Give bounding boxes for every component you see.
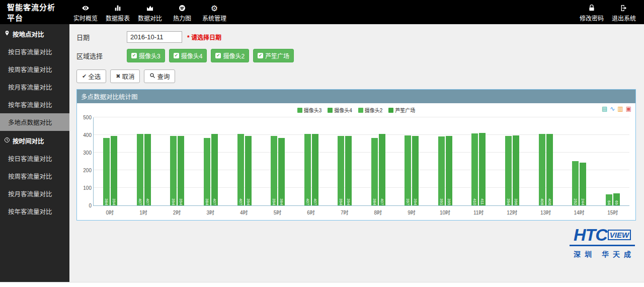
y-axis-tick-label: 100 — [77, 185, 92, 191]
bar-value-label: 411 — [480, 198, 485, 205]
region-toggle-button[interactable]: ✔摄像头2 — [211, 49, 249, 62]
y-axis-tick-label: 300 — [77, 150, 92, 156]
logo-brand: HTC — [574, 225, 607, 244]
legend-item[interactable]: 芦笙广场 — [388, 106, 415, 114]
query-button[interactable]: 查询 — [144, 69, 175, 83]
bar-value-label: 396 — [514, 198, 518, 205]
bar[interactable]: 394 — [178, 136, 184, 205]
legend-item[interactable]: 摄像头3 — [297, 106, 322, 114]
header-action-logout[interactable]: 退出系统 — [608, 3, 640, 22]
bar[interactable]: 406 — [539, 134, 545, 205]
date-required-hint: * 请选择日期 — [187, 33, 221, 41]
bar[interactable]: 406 — [546, 134, 553, 205]
eye-icon — [69, 4, 102, 13]
bar-group: 391395 — [429, 117, 462, 205]
bar[interactable]: 396 — [513, 135, 519, 205]
nav-label: 系统管理 — [202, 15, 226, 22]
legend-item[interactable]: 摄像头2 — [358, 106, 383, 114]
bar[interactable]: 384 — [278, 138, 285, 205]
sidebar-item[interactable]: 按月客流量对比 — [0, 185, 69, 202]
region-toggle-button[interactable]: ✔摄像头3 — [127, 49, 165, 62]
date-label: 日期 — [76, 32, 127, 42]
bar[interactable]: 394 — [412, 136, 419, 205]
legend-item[interactable]: 摄像头4 — [328, 106, 352, 114]
section-title-label: 按地点对比 — [13, 29, 44, 39]
sidebar-item[interactable]: 按周客流量对比 — [0, 60, 69, 78]
sidebar-item[interactable]: 按年客流量对比 — [0, 96, 69, 113]
compare-chart-icon — [134, 4, 166, 13]
sidebar-section-title[interactable]: 按时间对比 — [0, 131, 69, 150]
bar[interactable]: 397 — [405, 135, 411, 205]
footer-strip — [0, 282, 644, 287]
bar-value-label: 406 — [547, 198, 552, 205]
sidebar-item[interactable]: 多地点数据对比 — [0, 113, 69, 131]
select-all-button[interactable]: ✔ 全选 — [76, 69, 106, 83]
bar[interactable]: 394 — [271, 136, 277, 205]
bar[interactable]: 407 — [312, 134, 318, 205]
region-name: 芦笙广场 — [265, 51, 289, 60]
sidebar-item[interactable]: 按年客流量对比 — [0, 202, 69, 220]
region-toggle-button[interactable]: ✔芦笙广场 — [253, 49, 294, 62]
nav-item-gear[interactable]: ⚙系统管理 — [198, 3, 230, 22]
bar[interactable]: 395 — [446, 136, 452, 205]
clock-icon — [4, 137, 10, 145]
bar[interactable]: 394 — [338, 136, 344, 205]
bar[interactable]: 407 — [304, 134, 311, 205]
header-action-lock[interactable]: 修改密码 — [576, 3, 608, 22]
bar-value-label: 252 — [573, 198, 578, 205]
main-content: 日期 * 请选择日期 区域选择 ✔摄像头3✔摄像头4✔摄像头2✔芦笙广场 ✔ 全… — [69, 24, 644, 282]
x-axis-tick-label: 2时 — [160, 208, 194, 216]
bar[interactable]: 407 — [379, 134, 385, 205]
bar[interactable]: 244 — [580, 163, 586, 205]
cross-icon: ✖ — [116, 73, 120, 80]
nav-label: 修改密码 — [580, 15, 604, 22]
header-right-nav: 修改密码退出系统 — [576, 3, 644, 22]
data-view-icon[interactable]: ▤ — [602, 105, 607, 112]
x-axis-tick-label: 13时 — [529, 208, 562, 216]
bar-value-label: 406 — [540, 198, 544, 205]
nav-item-eye[interactable]: 实时概览 — [69, 3, 102, 22]
chart-toolbox: ▤∿▥▣ — [602, 105, 631, 112]
nav-item-heatmap[interactable]: 热力图 — [166, 3, 198, 22]
nav-item-compare-chart[interactable]: 数据对比 — [134, 3, 166, 22]
x-axis-tick-label: 9时 — [395, 208, 429, 216]
sidebar-item[interactable]: 按周客流量对比 — [0, 167, 69, 185]
bar[interactable]: 407 — [237, 134, 244, 205]
bar[interactable]: 394 — [245, 136, 252, 205]
bar[interactable]: 391 — [438, 136, 445, 205]
bar[interactable]: 411 — [479, 133, 486, 205]
bar[interactable]: 252 — [572, 161, 579, 205]
bar-value-label: 384 — [205, 198, 209, 205]
top-header: 智能客流分析平台 实时概览数据报表数据对比热力图⚙系统管理 修改密码退出系统 — [0, 0, 644, 24]
x-axis-tick-label: 14时 — [562, 208, 596, 216]
sidebar-section-title[interactable]: 按地点对比 — [0, 24, 69, 43]
sidebar-item[interactable]: 按日客流量对比 — [0, 43, 69, 60]
bar-value-label: 407 — [313, 198, 317, 205]
bar[interactable]: 64 — [606, 194, 612, 205]
bar-group: 394384 — [261, 117, 295, 205]
bar[interactable]: 384 — [103, 138, 110, 205]
bar[interactable]: 410 — [471, 133, 478, 206]
bar[interactable]: 394 — [505, 136, 512, 205]
cancel-button[interactable]: ✖ 取消 — [110, 69, 140, 83]
region-toggle-button[interactable]: ✔摄像头4 — [169, 49, 207, 62]
section-title-label: 按时间对比 — [13, 136, 44, 146]
bar[interactable]: 407 — [211, 134, 218, 205]
bar-chart-icon[interactable]: ▥ — [617, 105, 623, 112]
save-image-icon[interactable]: ▣ — [626, 105, 631, 112]
date-input[interactable] — [127, 31, 182, 43]
sidebar-item[interactable]: 按月客流量对比 — [0, 78, 69, 96]
bar[interactable]: 394 — [111, 136, 117, 205]
line-chart-icon[interactable]: ∿ — [610, 105, 615, 112]
bar-groups: 3843944074073943943844074073943943844074… — [94, 117, 629, 205]
bar[interactable]: 394 — [170, 136, 177, 205]
bar[interactable]: 384 — [204, 138, 210, 205]
sidebar-item[interactable]: 按日客流量对比 — [0, 150, 69, 167]
bar[interactable]: 384 — [371, 138, 378, 205]
bar[interactable]: 407 — [137, 134, 143, 205]
bar[interactable]: 394 — [345, 136, 352, 205]
bar[interactable]: 407 — [144, 134, 151, 205]
legend-label: 摄像头3 — [304, 106, 322, 114]
bar[interactable]: 69 — [613, 193, 620, 205]
nav-item-report-chart[interactable]: 数据报表 — [102, 3, 134, 22]
